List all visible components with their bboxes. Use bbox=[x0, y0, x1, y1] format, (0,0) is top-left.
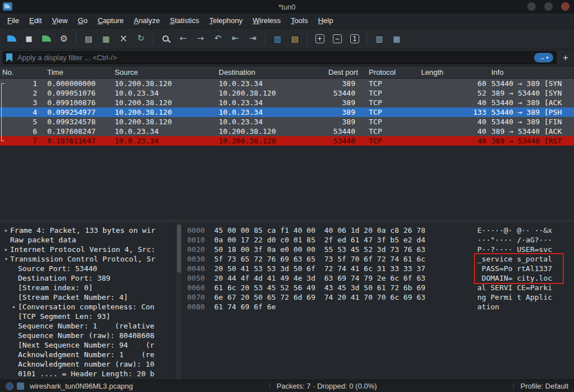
display-filter-input[interactable]: Apply a display filter ... <Ctrl-/> → ▾ bbox=[3, 51, 557, 64]
cell-dest_port[interactable]: 389 bbox=[326, 79, 367, 88]
column-header-no[interactable]: No. bbox=[0, 66, 45, 78]
expander-icon[interactable]: ▾ bbox=[2, 255, 10, 263]
expander-icon[interactable]: ▸ bbox=[2, 246, 10, 253]
cell-dest_port[interactable]: 389 bbox=[326, 98, 367, 107]
cell-source[interactable]: 10.0.23.34 bbox=[112, 89, 216, 97]
detail-text[interactable]: Acknowledgment Number: 1 (re bbox=[18, 350, 155, 359]
cell-protocol[interactable]: TCP bbox=[367, 137, 419, 145]
zoom-in-button[interactable]: + bbox=[311, 31, 328, 46]
scrollbar-thumb[interactable] bbox=[177, 224, 181, 273]
cell-destination[interactable]: 10.0.23.34 bbox=[216, 118, 326, 126]
detail-line[interactable]: [Next Sequence Number: 94 (r bbox=[0, 340, 175, 350]
cell-source[interactable]: 10.200.38.120 bbox=[112, 79, 216, 88]
cell-no[interactable]: 1 bbox=[0, 79, 45, 88]
go-forward-button[interactable]: → bbox=[192, 31, 209, 46]
hex-row[interactable]: 000045 00 00 85 ca f1 40 00 40 06 1d 20 … bbox=[187, 226, 574, 235]
menu-edit[interactable]: Edit bbox=[24, 14, 47, 27]
restart-capture-button[interactable] bbox=[38, 31, 55, 46]
hex-row[interactable]: 00706e 67 20 50 65 72 6d 69 74 20 41 70 … bbox=[187, 292, 574, 302]
detail-line[interactable]: ▾Transmission Control Protocol, Sr bbox=[0, 254, 175, 264]
packet-row[interactable]: 70.19761164710.0.23.3410.200.38.12053440… bbox=[0, 136, 574, 146]
cell-protocol[interactable]: TCP bbox=[367, 118, 419, 126]
capture-comment-icon[interactable] bbox=[17, 382, 24, 390]
cell-time[interactable]: 0.099051076 bbox=[45, 89, 112, 97]
cell-length[interactable]: 40 bbox=[419, 118, 489, 126]
go-to-packet-button[interactable]: ↶ bbox=[210, 31, 226, 46]
open-file-button[interactable]: ▤ bbox=[80, 31, 97, 46]
close-window-button[interactable] bbox=[561, 2, 570, 11]
cell-no[interactable]: 7 bbox=[0, 137, 45, 145]
menu-analyze[interactable]: Analyze bbox=[129, 14, 165, 27]
cell-no[interactable]: 6 bbox=[0, 127, 45, 136]
expander-icon[interactable]: ▸ bbox=[10, 303, 18, 310]
close-file-button[interactable]: × bbox=[115, 31, 132, 46]
cell-dest_port[interactable]: 53440 bbox=[326, 137, 367, 145]
detail-text[interactable]: Sequence Number: 1 (relative bbox=[18, 322, 155, 330]
minimize-button[interactable] bbox=[527, 2, 536, 11]
expert-info-icon[interactable] bbox=[6, 382, 13, 390]
detail-line[interactable]: [Stream Packet Number: 4] bbox=[0, 292, 175, 302]
cell-length[interactable]: 52 bbox=[419, 89, 489, 97]
detail-line[interactable]: ▸Frame 4: Packet, 133 bytes on wir bbox=[0, 226, 175, 235]
profile-selector[interactable]: Profile: Default bbox=[521, 382, 568, 390]
cell-destination[interactable]: 10.0.23.34 bbox=[216, 98, 326, 107]
cell-info[interactable]: 53440 → 389 [PSH bbox=[489, 108, 574, 116]
detail-line[interactable]: ▸Internet Protocol Version 4, Src: bbox=[0, 245, 175, 254]
reload-file-button[interactable]: ↻ bbox=[133, 31, 149, 46]
cell-info[interactable]: 53440 → 389 [SYN bbox=[489, 79, 574, 88]
detail-text[interactable]: [Conversation completeness: Con bbox=[18, 303, 155, 311]
expander-icon[interactable]: ▸ bbox=[2, 227, 10, 234]
cell-info[interactable]: 53440 → 389 [ACK bbox=[489, 98, 574, 107]
detail-text[interactable]: Frame 4: Packet, 133 bytes on wir bbox=[10, 226, 155, 235]
hex-row[interactable]: 00100a 00 17 22 d0 c0 01 85 2f ed 61 47 … bbox=[187, 235, 574, 245]
cell-no[interactable]: 2 bbox=[0, 89, 45, 97]
detail-line[interactable]: Source Port: 53440 bbox=[0, 264, 175, 273]
find-packet-button[interactable] bbox=[157, 31, 174, 46]
cell-dest_port[interactable]: 53440 bbox=[326, 127, 367, 136]
column-header-time[interactable]: Time bbox=[45, 66, 112, 78]
cell-time[interactable]: 0.000000000 bbox=[45, 79, 112, 88]
cell-info[interactable]: 389 → 53440 [ACK bbox=[489, 127, 574, 136]
detail-text[interactable]: [Stream index: 0] bbox=[18, 283, 93, 292]
apply-filter-button[interactable]: → ▾ bbox=[534, 53, 553, 62]
go-first-button[interactable]: ⇤ bbox=[227, 31, 243, 46]
hex-row[interactable]: 008061 74 69 6f 6eation bbox=[187, 302, 574, 312]
column-header-length[interactable]: Length bbox=[419, 66, 489, 78]
cell-info[interactable]: 389 → 53440 [RST bbox=[489, 137, 574, 145]
cell-no[interactable]: 3 bbox=[0, 98, 45, 107]
go-back-button[interactable]: ← bbox=[175, 31, 191, 46]
column-header-info[interactable]: Info bbox=[489, 66, 574, 78]
cell-protocol[interactable]: TCP bbox=[367, 89, 419, 97]
cell-dest_port[interactable]: 389 bbox=[326, 118, 367, 126]
cell-source[interactable]: 10.0.23.34 bbox=[112, 137, 216, 145]
packet-row[interactable]: 50.09932457810.200.38.12010.0.23.34389TC… bbox=[0, 117, 574, 127]
hex-row[interactable]: 006061 6c 20 53 45 52 56 49 43 45 3d 50 … bbox=[187, 283, 574, 292]
cell-destination[interactable]: 10.0.23.34 bbox=[216, 79, 326, 88]
cell-time[interactable]: 0.197611647 bbox=[45, 137, 112, 145]
menu-wireless[interactable]: Wireless bbox=[248, 14, 286, 27]
cell-time[interactable]: 0.197608247 bbox=[45, 127, 112, 136]
packet-row[interactable]: 10.00000000010.200.38.12010.0.23.34389TC… bbox=[0, 79, 574, 88]
detail-line[interactable]: ▸[Conversation completeness: Con bbox=[0, 302, 175, 312]
cell-protocol[interactable]: TCP bbox=[367, 108, 419, 116]
menu-tools[interactable]: Tools bbox=[286, 14, 313, 27]
detail-text[interactable]: [Stream Packet Number: 4] bbox=[18, 293, 128, 301]
maximize-button[interactable] bbox=[544, 2, 553, 11]
detail-line[interactable]: Raw packet data bbox=[0, 235, 175, 245]
detail-text[interactable]: Raw packet data bbox=[10, 236, 76, 244]
cell-source[interactable]: 10.200.38.120 bbox=[112, 118, 216, 126]
detail-text[interactable]: [TCP Segment Len: 93] bbox=[18, 312, 110, 321]
menu-file[interactable]: File bbox=[2, 14, 24, 27]
colorize-button[interactable]: ▤ bbox=[287, 31, 303, 46]
cell-length[interactable]: 60 bbox=[419, 79, 489, 88]
column-header-dest_port[interactable]: Dest port bbox=[326, 66, 367, 78]
save-file-button[interactable]: ▦ bbox=[98, 31, 114, 46]
detail-text[interactable]: Transmission Control Protocol, Sr bbox=[10, 255, 155, 263]
detail-line[interactable]: Sequence Number: 1 (relative bbox=[0, 321, 175, 331]
cell-source[interactable]: 10.200.38.120 bbox=[112, 108, 216, 116]
add-filter-button[interactable]: + bbox=[560, 52, 571, 64]
column-header-source[interactable]: Source bbox=[112, 66, 216, 78]
capture-options-button[interactable]: ⚙ bbox=[56, 31, 72, 46]
cell-time[interactable]: 0.099100876 bbox=[45, 98, 112, 107]
zoom-out-button[interactable]: − bbox=[329, 31, 345, 46]
